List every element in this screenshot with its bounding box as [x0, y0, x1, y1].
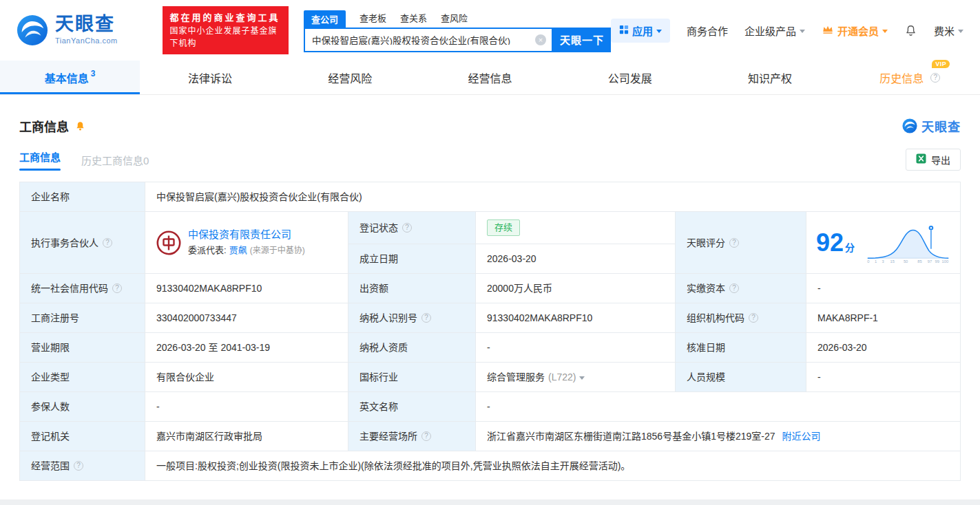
delegate-source: (来源于中基协): [250, 244, 305, 257]
partner-company-logo: [156, 230, 181, 255]
field-label-insured-count: 参保人数: [20, 392, 145, 422]
svg-text:1: 1: [875, 259, 877, 264]
help-icon[interactable]: [103, 238, 112, 248]
tab-intellectual-property[interactable]: 知识产权: [700, 61, 840, 94]
field-value-capital: 20000万人民币: [476, 274, 676, 303]
crown-icon: [822, 25, 834, 36]
search-tab-risk[interactable]: 查风险: [441, 9, 468, 28]
tab-operating-risk[interactable]: 经营风险: [280, 61, 420, 94]
tab-intellectual-property-label: 知识产权: [748, 69, 792, 86]
field-label-reg-authority: 登记机关: [20, 422, 145, 451]
field-label-english-name: 英文名称: [348, 392, 476, 422]
apps-grid-icon: [619, 25, 629, 36]
svg-text:85: 85: [917, 259, 921, 264]
tianyancha-watermark: 天眼查: [902, 117, 961, 135]
table-row: 经营范围 一般项目:股权投资;创业投资(限投资未上市企业)(除依法须经批准的项目…: [20, 451, 961, 481]
brand-domain: TianYanCha.com: [55, 36, 118, 45]
header-menu: 应用 商务合作 企业级产品 开通会员: [611, 19, 963, 43]
table-row: 登记机关 嘉兴市南湖区行政审批局 主要经营场所 浙江省嘉兴市南湖区东栅街道南江路…: [20, 422, 961, 451]
svg-text:3: 3: [882, 259, 884, 264]
score-distribution-chart: 0 1 3 15 50 85 97 99 100: [864, 222, 953, 264]
header: 天眼查 TianYanCha.com 都在用的商业查询工具 国家中小企业发展子基…: [0, 0, 980, 61]
tab-history-info-label: 历史信息: [879, 69, 924, 86]
svg-text:0: 0: [867, 259, 869, 264]
search-tab-company[interactable]: 查公司: [304, 10, 346, 28]
user-name: 费米: [934, 23, 955, 38]
excel-icon: [916, 153, 926, 166]
alarm-bell-icon[interactable]: [74, 120, 86, 132]
help-icon[interactable]: [421, 431, 431, 441]
table-row: 统一社会信用代码 91330402MAKA8RPF10 出资额 20000万人民…: [20, 274, 961, 303]
search-tab-boss[interactable]: 查老板: [359, 9, 386, 28]
subtab-business-info[interactable]: 工商信息: [19, 149, 61, 171]
field-value-insured-count: -: [145, 392, 348, 422]
delegate-link[interactable]: 贾飙: [229, 244, 247, 257]
help-icon[interactable]: [402, 223, 412, 233]
field-value-establish-date: 2026-03-20: [476, 244, 676, 274]
search-button[interactable]: 天眼一下: [553, 28, 611, 52]
status-badge: 存续: [487, 219, 520, 236]
field-value-tyc-score: 92分 0 1 3: [806, 212, 961, 274]
page-bottom-gutter: [0, 499, 980, 505]
business-cooperation-link[interactable]: 商务合作: [687, 23, 728, 38]
tab-operating-risk-label: 经营风险: [328, 69, 372, 86]
field-label-taxpayer-id: 纳税人识别号: [348, 303, 476, 333]
help-icon[interactable]: [729, 283, 739, 293]
partner-company-link[interactable]: 中保投资有限责任公司: [188, 228, 305, 241]
field-label-reg-status: 登记状态: [348, 212, 476, 244]
help-icon[interactable]: [729, 238, 739, 248]
field-value-managing-partner: 中保投资有限责任公司 委派代表: 贾飙 (来源于中基协): [145, 212, 348, 274]
search-tab-relation[interactable]: 查关系: [400, 9, 427, 28]
tianyancha-logo[interactable]: 天眼查 TianYanCha.com: [17, 14, 153, 46]
help-icon[interactable]: [112, 283, 122, 293]
chevron-down-icon: [958, 30, 963, 33]
nearby-companies-link[interactable]: 附近公司: [782, 429, 821, 443]
industry-code: (L722): [548, 370, 576, 384]
notification-bell-button[interactable]: [904, 24, 917, 37]
subtab-history-business-info[interactable]: 历史工商信息0: [81, 153, 149, 167]
search-block: 查公司 查老板 查关系 查风险 天眼一下: [304, 9, 611, 52]
tab-basic-info-badge: 3: [91, 69, 96, 78]
field-label-staff-size: 人员规模: [676, 363, 806, 392]
tab-legal-litigation[interactable]: 法律诉讼: [140, 61, 280, 94]
help-icon[interactable]: [930, 73, 940, 83]
main-content: 工商信息 天眼查 工商信息 历史工商信息0: [0, 117, 980, 481]
svg-text:97: 97: [928, 259, 932, 264]
field-value-approval-date: 2026-03-20: [806, 333, 961, 363]
field-label-company-name: 企业名称: [20, 182, 145, 212]
help-icon[interactable]: [74, 461, 83, 471]
open-vip-menu[interactable]: 开通会员: [822, 23, 888, 38]
export-label: 导出: [931, 153, 950, 166]
field-label-industry: 国标行业: [348, 363, 476, 392]
clear-search-icon[interactable]: [535, 34, 546, 45]
industry-name: 综合管理服务: [487, 370, 545, 384]
tianyancha-logo-icon: [17, 14, 48, 46]
search-input[interactable]: [312, 34, 535, 45]
field-value-industry: 综合管理服务 (L722): [476, 363, 676, 392]
apps-menu[interactable]: 应用: [611, 19, 670, 43]
tab-company-development[interactable]: 公司发展: [560, 61, 700, 94]
field-value-company-type: 有限合伙企业: [145, 363, 348, 392]
tianyancha-company-page: 天眼查 TianYanCha.com 都在用的商业查询工具 国家中小企业发展子基…: [0, 0, 980, 499]
field-value-taxpayer-quality: -: [476, 333, 676, 363]
chevron-down-icon: [882, 30, 888, 33]
tab-operating-info-label: 经营信息: [468, 69, 512, 86]
tianyancha-logo-icon: [902, 118, 917, 133]
field-value-english-name: -: [476, 392, 961, 422]
export-button[interactable]: 导出: [906, 149, 961, 171]
help-icon[interactable]: [421, 313, 431, 323]
tab-history-info[interactable]: 历史信息 VIP: [840, 61, 980, 94]
tab-operating-info[interactable]: 经营信息: [420, 61, 560, 94]
table-row: 企业类型 有限合伙企业 国标行业 综合管理服务 (L722) 人员规模 -: [20, 363, 961, 392]
tab-basic-info-label: 基本信息: [45, 69, 89, 86]
user-account-menu[interactable]: 费米: [934, 23, 963, 38]
help-icon[interactable]: [749, 313, 758, 323]
field-value-reg-status: 存续: [476, 212, 676, 244]
chevron-down-icon: [656, 30, 662, 33]
enterprise-products-menu[interactable]: 企业级产品: [744, 23, 805, 38]
chevron-down-icon[interactable]: [579, 376, 585, 380]
tab-basic-info[interactable]: 基本信息3: [0, 61, 140, 94]
field-label-business-scope: 经营范围: [20, 451, 145, 481]
address-text: 浙江省嘉兴市南湖区东栅街道南江路1856号基金小镇1号楼219室-27: [487, 429, 775, 443]
field-label-establish-date: 成立日期: [348, 244, 476, 274]
